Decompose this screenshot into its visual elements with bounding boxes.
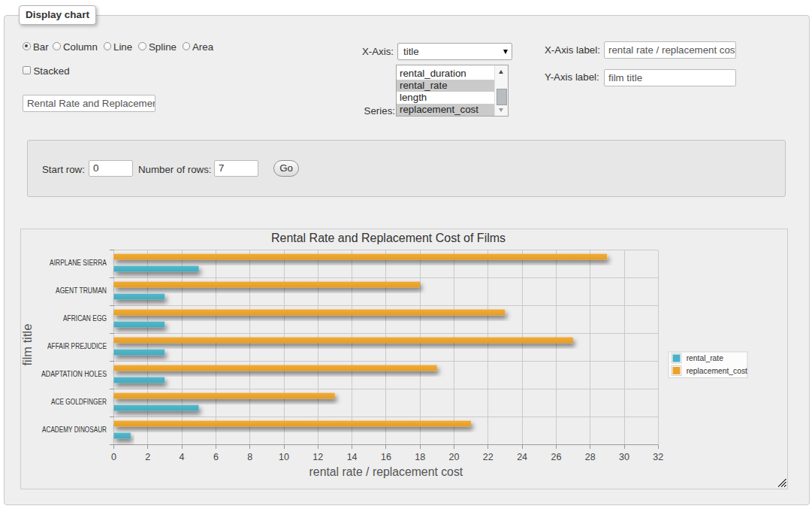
svg-text:AGENT TRUMAN: AGENT TRUMAN bbox=[56, 286, 107, 295]
svg-text:AFRICAN EGG: AFRICAN EGG bbox=[63, 314, 107, 323]
svg-text:30: 30 bbox=[619, 452, 629, 462]
svg-text:film title: film title bbox=[21, 324, 34, 366]
svg-text:2: 2 bbox=[145, 452, 150, 462]
svg-text:28: 28 bbox=[585, 452, 596, 462]
svg-text:20: 20 bbox=[449, 452, 460, 462]
svg-text:16: 16 bbox=[381, 452, 391, 462]
svg-text:rental rate / replacement cost: rental rate / replacement cost bbox=[309, 465, 463, 478]
svg-text:ACADEMY DINOSAUR: ACADEMY DINOSAUR bbox=[42, 426, 107, 434]
svg-text:replacement_cost: replacement_cost bbox=[687, 367, 747, 375]
svg-text:AIRPLANE SIERRA: AIRPLANE SIERRA bbox=[50, 259, 107, 267]
svg-text:rental_rate: rental_rate bbox=[687, 354, 724, 362]
svg-text:4: 4 bbox=[180, 452, 185, 462]
svg-text:8: 8 bbox=[247, 452, 252, 462]
svg-text:26: 26 bbox=[551, 452, 561, 462]
svg-text:14: 14 bbox=[347, 452, 358, 462]
svg-text:12: 12 bbox=[312, 452, 323, 462]
svg-text:32: 32 bbox=[653, 452, 663, 462]
svg-text:0: 0 bbox=[111, 452, 116, 462]
svg-text:ACE GOLDFINGER: ACE GOLDFINGER bbox=[51, 398, 107, 406]
svg-text:6: 6 bbox=[213, 452, 219, 462]
svg-text:24: 24 bbox=[517, 452, 527, 462]
svg-text:18: 18 bbox=[415, 452, 425, 462]
svg-text:Rental Rate and Replacement Co: Rental Rate and Replacement Cost of Film… bbox=[271, 232, 506, 244]
svg-text:22: 22 bbox=[483, 452, 494, 462]
svg-text:10: 10 bbox=[279, 452, 289, 462]
svg-text:ADAPTATION HOLES: ADAPTATION HOLES bbox=[41, 370, 107, 378]
svg-text:AFFAIR PREJUDICE: AFFAIR PREJUDICE bbox=[47, 342, 107, 350]
